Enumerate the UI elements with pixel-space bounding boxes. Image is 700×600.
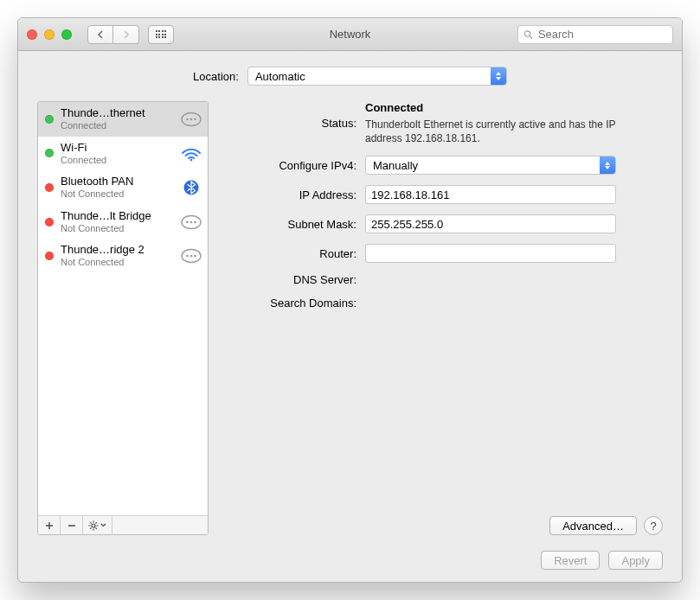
- svg-point-4: [190, 118, 193, 120]
- main-row: Thunde…thernetConnectedWi-FiConnectedBlu…: [37, 101, 663, 535]
- traffic-lights: [27, 29, 72, 40]
- connection-item[interactable]: Bluetooth PANNot Connected: [38, 170, 208, 205]
- svg-point-5: [194, 118, 196, 120]
- location-select[interactable]: Automatic: [247, 67, 507, 86]
- chevron-left-icon: [97, 30, 104, 39]
- svg-point-9: [186, 220, 189, 223]
- subnet-mask-input[interactable]: [365, 214, 616, 233]
- content-area: Location: Automatic Thunde…thernetConnec…: [18, 51, 682, 582]
- connection-item[interactable]: Thunde…ridge 2Not Connected: [38, 239, 208, 273]
- svg-point-14: [190, 255, 193, 258]
- status-value: Connected: [365, 101, 423, 114]
- sidebar-toolbar: [38, 515, 208, 534]
- close-window-button[interactable]: [27, 29, 37, 40]
- svg-point-16: [92, 524, 95, 527]
- thunderbolt-icon: [180, 214, 202, 231]
- search-field[interactable]: [517, 25, 673, 44]
- show-all-button[interactable]: [148, 25, 174, 44]
- wifi-icon: [180, 144, 202, 162]
- titlebar: Network: [18, 18, 682, 51]
- search-icon: [523, 29, 533, 40]
- svg-point-0: [524, 30, 530, 35]
- remove-connection-button[interactable]: [61, 516, 83, 534]
- select-arrows-icon: [600, 156, 615, 174]
- plus-icon: [45, 521, 54, 530]
- revert-button[interactable]: Revert: [541, 551, 600, 570]
- nav-back-forward: [87, 25, 139, 44]
- router-input[interactable]: [365, 244, 616, 263]
- subnet-mask-label: Subnet Mask:: [222, 218, 356, 231]
- location-label: Location:: [193, 70, 239, 83]
- status-dot-icon: [45, 252, 54, 260]
- question-icon: ?: [650, 520, 656, 533]
- svg-point-13: [186, 255, 189, 258]
- connection-name: Thunde…lt Bridge: [61, 210, 173, 223]
- search-input[interactable]: [536, 27, 667, 41]
- zoom-window-button[interactable]: [61, 29, 72, 40]
- connection-name: Bluetooth PAN: [61, 176, 173, 188]
- svg-line-1: [530, 35, 532, 38]
- connection-text: Thunde…thernetConnected: [61, 107, 173, 131]
- status-dot-icon: [45, 115, 54, 124]
- network-preferences-window: Network Location: Automatic Thunde…thern…: [17, 17, 683, 583]
- chevron-right-icon: [123, 30, 130, 39]
- ip-address-label: IP Address:: [222, 188, 356, 201]
- search-domains-label: Search Domains:: [222, 297, 356, 310]
- ip-address-input[interactable]: [365, 185, 616, 204]
- connection-text: Thunde…lt BridgeNot Connected: [61, 210, 173, 234]
- detail-form: Status: Connected Thunderbolt Ethernet i…: [222, 101, 663, 310]
- location-row: Location: Automatic: [37, 67, 663, 86]
- apply-button[interactable]: Apply: [608, 551, 663, 570]
- minimize-window-button[interactable]: [44, 29, 55, 40]
- connection-text: Bluetooth PANNot Connected: [61, 176, 173, 200]
- actions-menu-button[interactable]: [83, 516, 112, 534]
- connection-item[interactable]: Thunde…lt BridgeNot Connected: [38, 205, 208, 239]
- footer: Revert Apply: [37, 535, 663, 570]
- select-arrows-icon: [491, 67, 506, 85]
- svg-line-21: [90, 522, 91, 523]
- connections-list[interactable]: Thunde…thernetConnectedWi-FiConnectedBlu…: [38, 102, 208, 515]
- connection-text: Wi-FiConnected: [61, 142, 173, 166]
- back-button[interactable]: [87, 25, 113, 44]
- detail-bottom-row: Advanced… ?: [222, 516, 663, 535]
- svg-point-11: [194, 220, 196, 223]
- forward-button[interactable]: [113, 25, 139, 44]
- add-connection-button[interactable]: [38, 516, 61, 534]
- connection-name: Thunde…ridge 2: [61, 244, 173, 257]
- connections-sidebar: Thunde…thernetConnectedWi-FiConnectedBlu…: [37, 101, 209, 535]
- status-dot-icon: [45, 183, 54, 192]
- connection-item[interactable]: Thunde…thernetConnected: [38, 102, 208, 137]
- status-dot-icon: [45, 149, 54, 157]
- router-label: Router:: [222, 247, 356, 260]
- connection-status: Not Connected: [61, 257, 173, 268]
- bluetooth-icon: [180, 179, 202, 196]
- grid-icon: [156, 30, 167, 38]
- minus-icon: [67, 521, 76, 530]
- connection-name: Thunde…thernet: [61, 107, 173, 120]
- svg-point-3: [186, 118, 189, 120]
- svg-line-24: [95, 522, 96, 523]
- location-value: Automatic: [255, 70, 305, 83]
- svg-point-6: [190, 159, 193, 162]
- help-button[interactable]: ?: [644, 516, 663, 535]
- connection-status: Connected: [61, 120, 173, 131]
- status-description: Thunderbolt Ethernet is currently active…: [365, 118, 616, 145]
- status-label: Status:: [222, 117, 356, 130]
- connection-text: Thunde…ridge 2Not Connected: [61, 244, 173, 268]
- configure-ipv4-label: Configure IPv4:: [222, 159, 356, 172]
- advanced-button[interactable]: Advanced…: [549, 516, 637, 535]
- connection-status: Connected: [61, 155, 173, 166]
- gear-icon: [88, 520, 99, 531]
- detail-pane: Status: Connected Thunderbolt Ethernet i…: [222, 101, 663, 535]
- connection-name: Wi-Fi: [61, 142, 173, 155]
- configure-ipv4-select[interactable]: Manually: [365, 156, 616, 175]
- configure-ipv4-value: Manually: [373, 159, 418, 172]
- status-value-block: Connected Thunderbolt Ethernet is curren…: [365, 101, 663, 145]
- connection-status: Not Connected: [61, 188, 173, 200]
- thunderbolt-icon: [180, 247, 202, 265]
- chevron-down-icon: [100, 523, 106, 527]
- svg-point-10: [190, 220, 193, 223]
- svg-line-23: [90, 527, 91, 528]
- connection-item[interactable]: Wi-FiConnected: [38, 137, 208, 171]
- svg-point-15: [194, 255, 196, 258]
